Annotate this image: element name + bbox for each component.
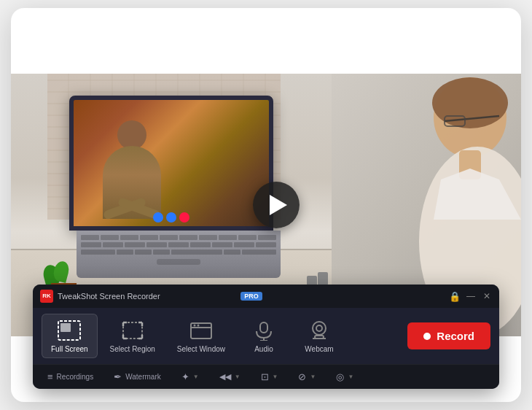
pro-badge: PRO: [240, 292, 262, 301]
toolbar-main: Full Screen S: [33, 308, 499, 364]
camera-bottom-icon: ◎: [336, 371, 344, 382]
end-call-btn: [179, 212, 189, 223]
full-screen-tool[interactable]: Full Screen: [42, 314, 98, 358]
audio-bottom-icon: ◀◀: [219, 372, 231, 382]
kb-row-3: [81, 250, 276, 255]
recordings-label: Recordings: [57, 373, 94, 381]
person-head: [117, 120, 146, 150]
select-region-tool[interactable]: Select Region: [101, 314, 165, 358]
svg-rect-8: [123, 322, 142, 339]
person-body: [103, 146, 161, 219]
cursor-icon: ✦: [181, 371, 189, 382]
fullscreen-svg: [58, 320, 81, 341]
svg-rect-7: [60, 323, 71, 332]
full-screen-label: Full Screen: [51, 345, 88, 353]
camera-bottom-button[interactable]: ◎ ▼: [332, 369, 358, 384]
webcam-icon: [308, 319, 331, 342]
copy-button[interactable]: ⊡ ▼: [257, 369, 283, 384]
toolbar-bottom: ≡ Recordings ✒ Watermark ✦ ▼ ◀◀ ▼ ⊡ ▼ ⊘: [33, 364, 499, 389]
watermark-button[interactable]: ✒ Watermark: [109, 369, 165, 384]
laptop-screen: [69, 96, 273, 231]
minimize-button[interactable]: —: [466, 291, 476, 301]
lock-button[interactable]: 🔒: [450, 291, 460, 301]
cursor-arrow-icon: ▼: [193, 374, 199, 380]
svg-point-20: [197, 325, 199, 327]
laptop-keyboard: [77, 231, 281, 278]
camera-arrow-icon: ▼: [348, 374, 353, 380]
logo-text: RK: [42, 293, 51, 299]
binder-clip-2: [318, 272, 328, 285]
svg-point-25: [316, 325, 322, 331]
webcam-tool[interactable]: Webcam: [293, 314, 345, 358]
svg-point-19: [193, 325, 195, 327]
play-button[interactable]: [253, 182, 300, 228]
webcam-label: Webcam: [305, 345, 333, 353]
recordings-button[interactable]: ≡ Recordings: [43, 369, 98, 384]
audio-label: Audio: [254, 345, 273, 353]
region-svg: [121, 320, 144, 341]
select-region-label: Select Region: [110, 345, 155, 353]
recordings-icon: ≡: [47, 371, 53, 382]
record-dot-icon: [423, 333, 431, 340]
settings-button[interactable]: ⊘ ▼: [294, 369, 320, 384]
toolbar-titlebar: RK TweakShot Screen Recorder PRO 🔒 — ✕: [33, 285, 499, 308]
laptop-trackpad: [157, 259, 200, 265]
select-window-tool[interactable]: Select Window: [168, 314, 235, 358]
fullscreen-icon: [58, 319, 81, 342]
toolbar-container: RK TweakShot Screen Recorder PRO 🔒 — ✕: [33, 285, 499, 389]
window-controls: 🔒 — ✕: [450, 291, 492, 301]
audio-bottom-arrow-icon: ▼: [235, 374, 240, 380]
watermark-label: Watermark: [125, 373, 161, 381]
video-controls: [153, 212, 189, 223]
settings-icon: ⊘: [298, 371, 306, 382]
select-region-icon: [121, 319, 144, 342]
watermark-icon: ✒: [114, 371, 122, 382]
close-button[interactable]: ✕: [482, 291, 492, 301]
audio-icon: [252, 319, 275, 342]
kb-row-2: [81, 242, 276, 247]
laptop-screen-content: [74, 100, 269, 226]
play-icon: [270, 195, 287, 215]
select-window-icon: [189, 319, 213, 342]
kb-row-1: [81, 235, 276, 240]
app-container: RK TweakShot Screen Recorder PRO 🔒 — ✕: [11, 8, 521, 402]
svg-point-1: [432, 77, 508, 128]
webcam-control-btn: [153, 212, 163, 223]
settings-arrow-icon: ▼: [310, 374, 316, 380]
audio-bottom-button[interactable]: ◀◀ ▼: [215, 370, 245, 384]
svg-rect-21: [260, 322, 267, 333]
app-logo: RK: [40, 290, 53, 303]
audio-tool[interactable]: Audio: [238, 314, 290, 358]
screen-person: [88, 113, 176, 226]
select-window-label: Select Window: [177, 345, 225, 353]
cursor-button[interactable]: ✦ ▼: [177, 369, 203, 384]
app-title: TweakShot Screen Recorder: [58, 292, 236, 301]
copy-arrow-icon: ▼: [273, 374, 278, 380]
svg-point-24: [313, 322, 326, 335]
copy-icon: ⊡: [261, 371, 269, 382]
audio-svg: [252, 320, 275, 341]
window-svg: [189, 320, 213, 341]
record-label: Record: [437, 330, 474, 342]
webcam-svg: [308, 320, 331, 341]
mic-control-btn: [166, 212, 176, 223]
record-button[interactable]: Record: [407, 322, 490, 349]
